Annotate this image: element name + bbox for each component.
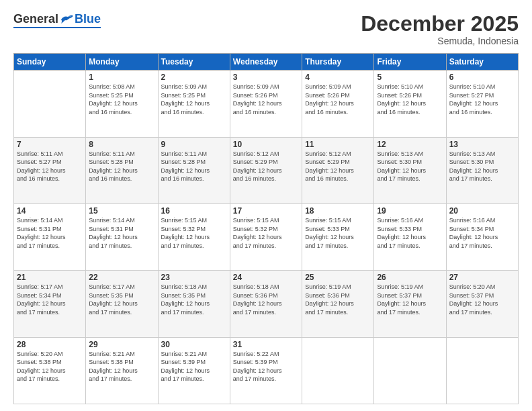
day-info: Sunrise: 5:17 AM Sunset: 5:34 PM Dayligh… <box>17 283 83 316</box>
calendar-cell: 30Sunrise: 5:21 AM Sunset: 5:39 PM Dayli… <box>158 337 230 404</box>
calendar-body: 1Sunrise: 5:08 AM Sunset: 5:25 PM Daylig… <box>14 71 519 404</box>
day-number: 22 <box>89 273 154 282</box>
calendar-cell <box>446 337 518 404</box>
calendar-cell: 12Sunrise: 5:13 AM Sunset: 5:30 PM Dayli… <box>374 137 446 203</box>
day-number: 4 <box>305 73 371 82</box>
day-number: 18 <box>305 206 371 216</box>
day-info: Sunrise: 5:09 AM Sunset: 5:25 PM Dayligh… <box>161 83 227 116</box>
logo: General Blue <box>13 12 101 28</box>
calendar-cell: 23Sunrise: 5:18 AM Sunset: 5:35 PM Dayli… <box>158 271 230 337</box>
day-info: Sunrise: 5:20 AM Sunset: 5:38 PM Dayligh… <box>17 350 83 383</box>
day-info: Sunrise: 5:21 AM Sunset: 5:38 PM Dayligh… <box>89 350 154 383</box>
week-row-4: 21Sunrise: 5:17 AM Sunset: 5:34 PM Dayli… <box>14 271 519 337</box>
day-info: Sunrise: 5:09 AM Sunset: 5:26 PM Dayligh… <box>305 83 371 116</box>
day-info: Sunrise: 5:12 AM Sunset: 5:29 PM Dayligh… <box>305 150 371 183</box>
day-number: 14 <box>17 206 83 216</box>
day-number: 30 <box>161 340 227 349</box>
col-friday: Friday <box>374 54 446 71</box>
day-number: 21 <box>17 273 83 282</box>
day-info: Sunrise: 5:19 AM Sunset: 5:36 PM Dayligh… <box>305 283 371 316</box>
day-info: Sunrise: 5:19 AM Sunset: 5:37 PM Dayligh… <box>377 283 443 316</box>
day-number: 17 <box>233 206 299 216</box>
calendar-cell: 1Sunrise: 5:08 AM Sunset: 5:25 PM Daylig… <box>86 71 158 137</box>
day-number: 8 <box>89 140 154 149</box>
day-number: 12 <box>377 140 443 149</box>
week-row-1: 1Sunrise: 5:08 AM Sunset: 5:25 PM Daylig… <box>14 71 519 137</box>
col-thursday: Thursday <box>302 54 374 71</box>
day-number: 31 <box>233 340 299 349</box>
day-number: 25 <box>305 273 371 282</box>
calendar-cell: 17Sunrise: 5:15 AM Sunset: 5:32 PM Dayli… <box>230 203 302 270</box>
calendar-cell: 13Sunrise: 5:13 AM Sunset: 5:30 PM Dayli… <box>446 137 518 203</box>
calendar-cell: 31Sunrise: 5:22 AM Sunset: 5:39 PM Dayli… <box>230 337 302 404</box>
title-section: December 2025 Semuda, Indonesia <box>361 12 519 46</box>
calendar-cell: 4Sunrise: 5:09 AM Sunset: 5:26 PM Daylig… <box>302 71 374 137</box>
day-number: 2 <box>161 73 227 82</box>
day-number: 5 <box>377 73 443 82</box>
logo-blue-text: Blue <box>75 12 101 26</box>
day-info: Sunrise: 5:09 AM Sunset: 5:26 PM Dayligh… <box>233 83 299 116</box>
col-tuesday: Tuesday <box>158 54 230 71</box>
day-info: Sunrise: 5:20 AM Sunset: 5:37 PM Dayligh… <box>449 283 515 316</box>
day-info: Sunrise: 5:15 AM Sunset: 5:32 PM Dayligh… <box>161 216 227 250</box>
day-number: 11 <box>305 140 371 149</box>
header: General Blue December 2025 Semuda, Indon… <box>13 12 519 46</box>
col-wednesday: Wednesday <box>230 54 302 71</box>
calendar-cell: 6Sunrise: 5:10 AM Sunset: 5:27 PM Daylig… <box>446 71 518 137</box>
logo-text: General Blue <box>13 12 101 26</box>
calendar-cell: 10Sunrise: 5:12 AM Sunset: 5:29 PM Dayli… <box>230 137 302 203</box>
calendar-cell: 16Sunrise: 5:15 AM Sunset: 5:32 PM Dayli… <box>158 203 230 270</box>
calendar-cell: 18Sunrise: 5:15 AM Sunset: 5:33 PM Dayli… <box>302 203 374 270</box>
calendar-cell: 8Sunrise: 5:11 AM Sunset: 5:28 PM Daylig… <box>86 137 158 203</box>
day-info: Sunrise: 5:13 AM Sunset: 5:30 PM Dayligh… <box>377 150 443 183</box>
day-number: 7 <box>17 140 83 149</box>
logo-bird-icon <box>60 14 73 25</box>
day-info: Sunrise: 5:17 AM Sunset: 5:35 PM Dayligh… <box>89 283 154 316</box>
calendar-cell: 9Sunrise: 5:11 AM Sunset: 5:28 PM Daylig… <box>158 137 230 203</box>
week-row-5: 28Sunrise: 5:20 AM Sunset: 5:38 PM Dayli… <box>14 337 519 404</box>
day-number: 16 <box>161 206 227 216</box>
calendar-cell: 21Sunrise: 5:17 AM Sunset: 5:34 PM Dayli… <box>14 271 86 337</box>
calendar-cell: 15Sunrise: 5:14 AM Sunset: 5:31 PM Dayli… <box>86 203 158 270</box>
logo-general-text: General <box>13 12 58 26</box>
day-number: 19 <box>377 206 443 216</box>
day-info: Sunrise: 5:13 AM Sunset: 5:30 PM Dayligh… <box>449 150 515 183</box>
calendar-cell: 19Sunrise: 5:16 AM Sunset: 5:33 PM Dayli… <box>374 203 446 270</box>
col-saturday: Saturday <box>446 54 518 71</box>
day-info: Sunrise: 5:21 AM Sunset: 5:39 PM Dayligh… <box>161 350 227 383</box>
calendar-cell: 3Sunrise: 5:09 AM Sunset: 5:26 PM Daylig… <box>230 71 302 137</box>
logo-underline <box>13 27 101 28</box>
day-info: Sunrise: 5:12 AM Sunset: 5:29 PM Dayligh… <box>233 150 299 183</box>
month-title: December 2025 <box>361 12 519 36</box>
day-info: Sunrise: 5:11 AM Sunset: 5:27 PM Dayligh… <box>17 150 83 183</box>
day-info: Sunrise: 5:16 AM Sunset: 5:34 PM Dayligh… <box>449 216 515 250</box>
col-monday: Monday <box>86 54 158 71</box>
day-number: 3 <box>233 73 299 82</box>
day-info: Sunrise: 5:18 AM Sunset: 5:35 PM Dayligh… <box>161 283 227 316</box>
calendar-cell <box>302 337 374 404</box>
location-subtitle: Semuda, Indonesia <box>361 36 519 46</box>
day-number: 13 <box>449 140 515 149</box>
calendar-cell: 26Sunrise: 5:19 AM Sunset: 5:37 PM Dayli… <box>374 271 446 337</box>
day-info: Sunrise: 5:16 AM Sunset: 5:33 PM Dayligh… <box>377 216 443 250</box>
calendar-table: Sunday Monday Tuesday Wednesday Thursday… <box>13 53 519 404</box>
day-number: 6 <box>449 73 515 82</box>
calendar-cell: 28Sunrise: 5:20 AM Sunset: 5:38 PM Dayli… <box>14 337 86 404</box>
day-info: Sunrise: 5:18 AM Sunset: 5:36 PM Dayligh… <box>233 283 299 316</box>
calendar-cell: 22Sunrise: 5:17 AM Sunset: 5:35 PM Dayli… <box>86 271 158 337</box>
day-number: 15 <box>89 206 154 216</box>
day-number: 1 <box>89 73 154 82</box>
day-number: 20 <box>449 206 515 216</box>
day-number: 26 <box>377 273 443 282</box>
calendar-cell: 5Sunrise: 5:10 AM Sunset: 5:26 PM Daylig… <box>374 71 446 137</box>
day-info: Sunrise: 5:14 AM Sunset: 5:31 PM Dayligh… <box>89 216 154 250</box>
week-row-3: 14Sunrise: 5:14 AM Sunset: 5:31 PM Dayli… <box>14 203 519 270</box>
week-row-2: 7Sunrise: 5:11 AM Sunset: 5:27 PM Daylig… <box>14 137 519 203</box>
day-info: Sunrise: 5:11 AM Sunset: 5:28 PM Dayligh… <box>161 150 227 183</box>
col-sunday: Sunday <box>14 54 86 71</box>
day-info: Sunrise: 5:14 AM Sunset: 5:31 PM Dayligh… <box>17 216 83 250</box>
calendar-cell: 2Sunrise: 5:09 AM Sunset: 5:25 PM Daylig… <box>158 71 230 137</box>
calendar-cell: 29Sunrise: 5:21 AM Sunset: 5:38 PM Dayli… <box>86 337 158 404</box>
calendar-cell: 27Sunrise: 5:20 AM Sunset: 5:37 PM Dayli… <box>446 271 518 337</box>
calendar-cell: 24Sunrise: 5:18 AM Sunset: 5:36 PM Dayli… <box>230 271 302 337</box>
